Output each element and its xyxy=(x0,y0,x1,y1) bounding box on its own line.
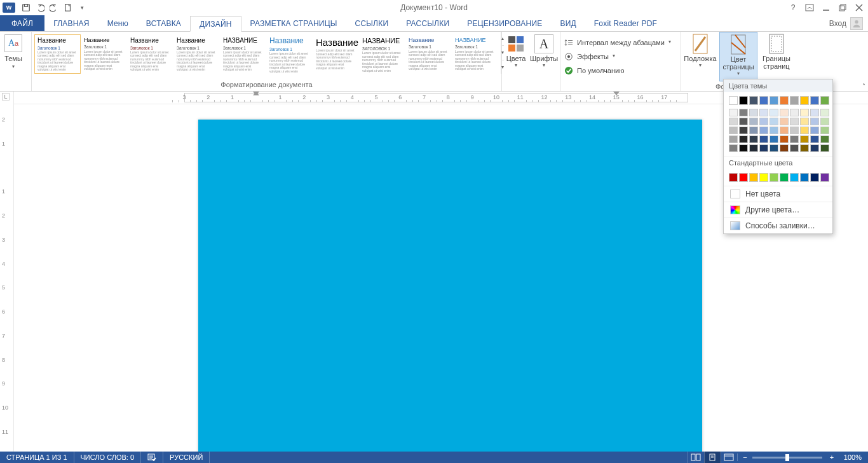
color-swatch[interactable] xyxy=(770,135,778,143)
colours-button[interactable]: Цвета ▾ xyxy=(502,32,530,81)
page-color-button[interactable]: Цвет страницы ▾ xyxy=(719,32,757,81)
color-swatch[interactable] xyxy=(759,118,768,125)
color-swatch[interactable] xyxy=(820,96,829,105)
zoom-level[interactable]: 100% xyxy=(837,453,868,461)
color-swatch[interactable] xyxy=(780,173,789,182)
color-swatch[interactable] xyxy=(790,144,799,152)
tab-mailings[interactable]: РАССЫЛКИ xyxy=(397,15,458,31)
save-button[interactable] xyxy=(19,1,33,15)
zoom-out-button[interactable]: − xyxy=(737,453,749,461)
color-swatch[interactable] xyxy=(739,96,748,105)
color-swatch[interactable] xyxy=(790,173,799,182)
undo-button[interactable] xyxy=(33,1,47,15)
redo-button[interactable] xyxy=(47,1,61,15)
color-swatch[interactable] xyxy=(739,109,748,116)
tab-home[interactable]: ГЛАВНАЯ xyxy=(44,15,98,31)
color-swatch[interactable] xyxy=(800,144,809,152)
color-swatch[interactable] xyxy=(729,144,738,152)
color-swatch[interactable] xyxy=(759,173,768,182)
color-swatch[interactable] xyxy=(790,118,799,125)
style-thumb[interactable]: НАЗВАНИЕЗаголовок 1Lorem ipsum dolor sit… xyxy=(452,34,498,74)
color-swatch[interactable] xyxy=(729,173,738,182)
status-spellcheck[interactable] xyxy=(141,452,163,463)
view-web-button[interactable] xyxy=(721,452,737,463)
color-swatch[interactable] xyxy=(810,144,819,152)
right-indent-marker[interactable] xyxy=(613,92,620,95)
tab-file[interactable]: ФАЙЛ xyxy=(0,15,44,31)
color-swatch[interactable] xyxy=(770,96,778,105)
page-borders-button[interactable]: Границы страниц xyxy=(757,32,796,81)
color-swatch[interactable] xyxy=(810,118,819,125)
color-swatch[interactable] xyxy=(810,109,819,116)
color-swatch[interactable] xyxy=(800,135,809,143)
color-swatch[interactable] xyxy=(820,118,829,125)
color-swatch[interactable] xyxy=(790,127,799,134)
color-swatch[interactable] xyxy=(749,109,758,116)
tab-foxit[interactable]: Foxit Reader PDF xyxy=(585,15,666,31)
status-word-count[interactable]: ЧИСЛО СЛОВ: 0 xyxy=(74,452,142,463)
color-swatch[interactable] xyxy=(780,127,789,134)
color-swatch[interactable] xyxy=(800,96,809,105)
color-swatch[interactable] xyxy=(800,109,809,116)
color-swatch[interactable] xyxy=(739,118,748,125)
color-swatch[interactable] xyxy=(749,144,758,152)
color-swatch[interactable] xyxy=(790,135,799,143)
color-swatch[interactable] xyxy=(729,96,738,105)
color-swatch[interactable] xyxy=(739,144,748,152)
color-swatch[interactable] xyxy=(759,109,768,116)
color-swatch[interactable] xyxy=(790,96,799,105)
status-page[interactable]: СТРАНИЦА 1 ИЗ 1 xyxy=(0,452,74,463)
qat-customise-button[interactable]: ▾ xyxy=(75,1,89,15)
style-thumb[interactable]: НазваниеЗаголовок 1Lorem ipsum dolor sit… xyxy=(405,34,452,74)
fonts-button[interactable]: A Шрифты ▾ xyxy=(530,32,558,81)
color-swatch[interactable] xyxy=(780,96,789,105)
color-swatch[interactable] xyxy=(739,173,748,182)
color-swatch[interactable] xyxy=(729,127,738,134)
sign-in[interactable]: Вход xyxy=(824,15,868,31)
style-thumb[interactable]: НазваниеLorem ipsum dolor sit amet conse… xyxy=(313,34,359,74)
color-swatch[interactable] xyxy=(749,173,758,182)
style-thumb[interactable]: НазваниеЗаголовок 1Lorem ipsum dolor sit… xyxy=(173,34,220,74)
color-swatch[interactable] xyxy=(810,127,819,134)
color-swatch[interactable] xyxy=(820,127,829,134)
color-swatch[interactable] xyxy=(810,96,819,105)
style-thumb[interactable]: НазваниеЗаголовок 1Lorem ipsum dolor sit… xyxy=(81,34,127,74)
color-swatch[interactable] xyxy=(729,135,738,143)
color-swatch[interactable] xyxy=(749,96,758,105)
color-swatch[interactable] xyxy=(780,118,789,125)
style-thumb[interactable]: НАЗВАНИЕЗаголовок 1Lorem ipsum dolor sit… xyxy=(220,34,266,74)
tab-references[interactable]: ССЫЛКИ xyxy=(346,15,398,31)
color-swatch[interactable] xyxy=(749,118,758,125)
color-swatch[interactable] xyxy=(770,127,778,134)
view-print-button[interactable] xyxy=(704,452,721,463)
color-swatch[interactable] xyxy=(820,109,829,116)
color-swatch[interactable] xyxy=(780,144,789,152)
new-doc-button[interactable] xyxy=(61,1,75,15)
color-swatch[interactable] xyxy=(810,135,819,143)
watermark-button[interactable]: Подложка ▾ xyxy=(681,32,719,81)
no-color-item[interactable]: Нет цвета xyxy=(724,186,832,202)
color-swatch[interactable] xyxy=(790,109,799,116)
color-swatch[interactable] xyxy=(820,135,829,143)
tab-menu[interactable]: Меню xyxy=(98,15,137,31)
color-swatch[interactable] xyxy=(800,173,809,182)
zoom-in-button[interactable]: + xyxy=(826,453,837,461)
color-swatch[interactable] xyxy=(770,173,778,182)
indent-marker[interactable] xyxy=(253,92,259,95)
color-swatch[interactable] xyxy=(820,144,829,152)
effects-button[interactable]: Эффекты▾ xyxy=(560,50,681,64)
color-swatch[interactable] xyxy=(759,135,768,143)
paragraph-spacing-button[interactable]: Интервал между абзацами▾ xyxy=(560,36,681,50)
maximize-button[interactable] xyxy=(836,2,849,13)
vertical-ruler[interactable]: 2112345678910111213L xyxy=(0,92,14,452)
color-swatch[interactable] xyxy=(820,173,829,182)
zoom-slider[interactable] xyxy=(752,457,822,459)
themes-button[interactable]: Aa Темы ▾ xyxy=(0,32,27,81)
tab-design[interactable]: ДИЗАЙН xyxy=(190,16,241,32)
color-swatch[interactable] xyxy=(800,118,809,125)
ribbon-display-button[interactable] xyxy=(803,2,816,13)
minimize-button[interactable] xyxy=(820,2,832,13)
tab-view[interactable]: ВИД xyxy=(551,15,585,31)
color-swatch[interactable] xyxy=(810,173,819,182)
color-swatch[interactable] xyxy=(749,127,758,134)
